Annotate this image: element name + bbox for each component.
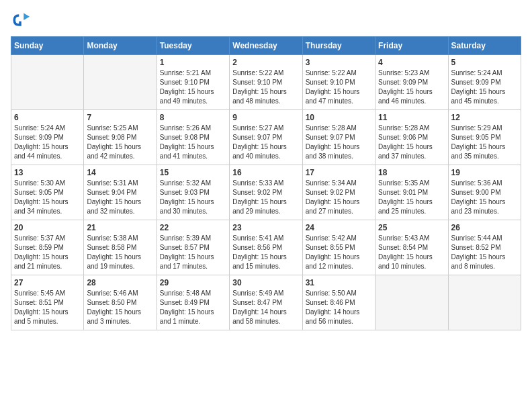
day-info: Sunrise: 5:29 AMSunset: 9:05 PMDaylight:…: [451, 124, 518, 161]
day-info: Sunrise: 5:32 AMSunset: 9:03 PMDaylight:…: [160, 179, 226, 216]
calendar-cell: 11 Sunrise: 5:28 AMSunset: 9:06 PMDaylig…: [375, 110, 448, 165]
day-number: 24: [306, 223, 372, 232]
calendar-header-row: SundayMondayTuesdayWednesdayThursdayFrid…: [11, 37, 521, 55]
day-number: 12: [451, 113, 518, 122]
day-number: 5: [451, 58, 518, 67]
day-info: Sunrise: 5:24 AMSunset: 9:09 PMDaylight:…: [451, 68, 518, 106]
calendar-cell: 26 Sunrise: 5:44 AMSunset: 8:52 PMDaylig…: [448, 220, 521, 275]
day-info: Sunrise: 5:38 AMSunset: 8:58 PMDaylight:…: [87, 234, 153, 271]
day-info: Sunrise: 5:24 AMSunset: 9:09 PMDaylight:…: [14, 124, 81, 161]
calendar-cell: 4 Sunrise: 5:23 AMSunset: 9:09 PMDayligh…: [375, 55, 448, 110]
day-number: 28: [87, 278, 153, 287]
day-info: Sunrise: 5:48 AMSunset: 8:49 PMDaylight:…: [160, 289, 226, 326]
day-info: Sunrise: 5:36 AMSunset: 9:00 PMDaylight:…: [451, 179, 518, 216]
day-number: 13: [14, 168, 81, 177]
day-info: Sunrise: 5:22 AMSunset: 9:10 PMDaylight:…: [232, 68, 299, 106]
calendar-cell: 20 Sunrise: 5:37 AMSunset: 8:59 PMDaylig…: [11, 220, 84, 275]
day-number: 19: [451, 168, 518, 177]
day-number: 20: [14, 223, 81, 232]
day-of-week-header: Friday: [375, 37, 448, 55]
calendar-week-row: 1 Sunrise: 5:21 AMSunset: 9:10 PMDayligh…: [11, 55, 521, 110]
day-of-week-header: Sunday: [11, 37, 84, 55]
day-info: Sunrise: 5:46 AMSunset: 8:50 PMDaylight:…: [87, 289, 153, 326]
calendar-cell: 9 Sunrise: 5:27 AMSunset: 9:07 PMDayligh…: [230, 110, 302, 165]
day-number: 15: [160, 168, 226, 177]
day-info: Sunrise: 5:33 AMSunset: 9:02 PMDaylight:…: [232, 179, 299, 216]
day-info: Sunrise: 5:27 AMSunset: 9:07 PMDaylight:…: [232, 124, 299, 161]
calendar-week-row: 20 Sunrise: 5:37 AMSunset: 8:59 PMDaylig…: [11, 220, 521, 275]
day-info: Sunrise: 5:23 AMSunset: 9:09 PMDaylight:…: [378, 68, 445, 106]
logo: [11, 11, 32, 30]
day-info: Sunrise: 5:30 AMSunset: 9:05 PMDaylight:…: [14, 179, 81, 216]
calendar-cell: 12 Sunrise: 5:29 AMSunset: 9:05 PMDaylig…: [448, 110, 521, 165]
logo-icon: [11, 11, 30, 30]
calendar-cell: 13 Sunrise: 5:30 AMSunset: 9:05 PMDaylig…: [11, 165, 84, 220]
day-number: 9: [232, 113, 299, 122]
day-info: Sunrise: 5:43 AMSunset: 8:54 PMDaylight:…: [378, 234, 445, 271]
calendar-cell: 5 Sunrise: 5:24 AMSunset: 9:09 PMDayligh…: [448, 55, 521, 110]
day-info: Sunrise: 5:25 AMSunset: 9:08 PMDaylight:…: [87, 124, 153, 161]
day-number: 25: [378, 223, 445, 232]
calendar-cell: 14 Sunrise: 5:31 AMSunset: 9:04 PMDaylig…: [84, 165, 157, 220]
day-info: Sunrise: 5:22 AMSunset: 9:10 PMDaylight:…: [306, 68, 372, 106]
calendar-cell: [11, 55, 84, 110]
day-number: 8: [160, 113, 226, 122]
calendar-cell: 10 Sunrise: 5:28 AMSunset: 9:07 PMDaylig…: [302, 110, 375, 165]
day-info: Sunrise: 5:37 AMSunset: 8:59 PMDaylight:…: [14, 234, 81, 271]
day-info: Sunrise: 5:41 AMSunset: 8:56 PMDaylight:…: [232, 234, 299, 271]
day-number: 30: [232, 278, 299, 287]
day-info: Sunrise: 5:42 AMSunset: 8:55 PMDaylight:…: [306, 234, 372, 271]
calendar-cell: 7 Sunrise: 5:25 AMSunset: 9:08 PMDayligh…: [84, 110, 157, 165]
day-info: Sunrise: 5:26 AMSunset: 9:08 PMDaylight:…: [160, 124, 226, 161]
day-number: 29: [160, 278, 226, 287]
calendar-cell: 19 Sunrise: 5:36 AMSunset: 9:00 PMDaylig…: [448, 165, 521, 220]
day-number: 2: [232, 58, 299, 67]
day-number: 16: [232, 168, 299, 177]
day-number: 6: [14, 113, 81, 122]
day-of-week-header: Monday: [84, 37, 157, 55]
day-of-week-header: Wednesday: [230, 37, 302, 55]
calendar-cell: 30 Sunrise: 5:49 AMSunset: 8:47 PMDaylig…: [230, 275, 302, 330]
calendar-cell: [448, 275, 521, 330]
calendar-cell: 18 Sunrise: 5:35 AMSunset: 9:01 PMDaylig…: [375, 165, 448, 220]
page-header: [11, 11, 521, 30]
day-of-week-header: Thursday: [302, 37, 375, 55]
calendar-cell: 23 Sunrise: 5:41 AMSunset: 8:56 PMDaylig…: [230, 220, 302, 275]
day-info: Sunrise: 5:49 AMSunset: 8:47 PMDaylight:…: [232, 289, 299, 326]
calendar-cell: 15 Sunrise: 5:32 AMSunset: 9:03 PMDaylig…: [157, 165, 229, 220]
day-number: 18: [378, 168, 445, 177]
day-info: Sunrise: 5:28 AMSunset: 9:06 PMDaylight:…: [378, 124, 445, 161]
calendar-cell: 8 Sunrise: 5:26 AMSunset: 9:08 PMDayligh…: [157, 110, 229, 165]
day-number: 21: [87, 223, 153, 232]
calendar-cell: 16 Sunrise: 5:33 AMSunset: 9:02 PMDaylig…: [230, 165, 302, 220]
calendar-cell: 6 Sunrise: 5:24 AMSunset: 9:09 PMDayligh…: [11, 110, 84, 165]
day-number: 23: [232, 223, 299, 232]
day-info: Sunrise: 5:39 AMSunset: 8:57 PMDaylight:…: [160, 234, 226, 271]
day-number: 22: [160, 223, 226, 232]
day-of-week-header: Saturday: [448, 37, 521, 55]
calendar-week-row: 6 Sunrise: 5:24 AMSunset: 9:09 PMDayligh…: [11, 110, 521, 165]
day-number: 26: [451, 223, 518, 232]
calendar-cell: 1 Sunrise: 5:21 AMSunset: 9:10 PMDayligh…: [157, 55, 229, 110]
day-info: Sunrise: 5:50 AMSunset: 8:46 PMDaylight:…: [306, 289, 372, 326]
day-number: 31: [306, 278, 372, 287]
day-number: 7: [87, 113, 153, 122]
calendar-cell: [375, 275, 448, 330]
day-number: 14: [87, 168, 153, 177]
calendar-cell: 25 Sunrise: 5:43 AMSunset: 8:54 PMDaylig…: [375, 220, 448, 275]
calendar-cell: 17 Sunrise: 5:34 AMSunset: 9:02 PMDaylig…: [302, 165, 375, 220]
day-info: Sunrise: 5:28 AMSunset: 9:07 PMDaylight:…: [306, 124, 372, 161]
calendar-cell: 28 Sunrise: 5:46 AMSunset: 8:50 PMDaylig…: [84, 275, 157, 330]
day-info: Sunrise: 5:34 AMSunset: 9:02 PMDaylight:…: [306, 179, 372, 216]
calendar-cell: 27 Sunrise: 5:45 AMSunset: 8:51 PMDaylig…: [11, 275, 84, 330]
day-info: Sunrise: 5:31 AMSunset: 9:04 PMDaylight:…: [87, 179, 153, 216]
day-number: 27: [14, 278, 81, 287]
day-info: Sunrise: 5:44 AMSunset: 8:52 PMDaylight:…: [451, 234, 518, 271]
calendar-table: SundayMondayTuesdayWednesdayThursdayFrid…: [11, 36, 521, 330]
calendar-cell: 29 Sunrise: 5:48 AMSunset: 8:49 PMDaylig…: [157, 275, 229, 330]
calendar-cell: 22 Sunrise: 5:39 AMSunset: 8:57 PMDaylig…: [157, 220, 229, 275]
day-number: 11: [378, 113, 445, 122]
day-of-week-header: Tuesday: [157, 37, 229, 55]
calendar-cell: 31 Sunrise: 5:50 AMSunset: 8:46 PMDaylig…: [302, 275, 375, 330]
calendar-week-row: 13 Sunrise: 5:30 AMSunset: 9:05 PMDaylig…: [11, 165, 521, 220]
